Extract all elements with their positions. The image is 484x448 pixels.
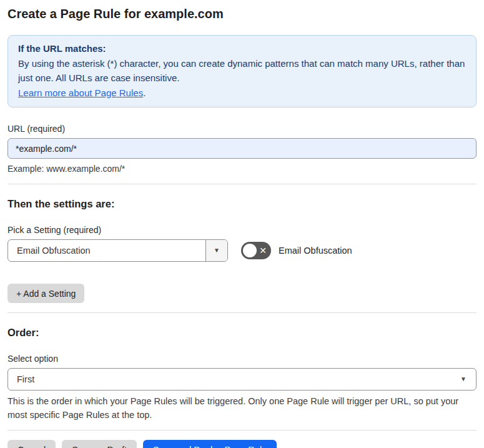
page-title: Create a Page Rule for example.com <box>7 0 477 22</box>
settings-section-heading: Then the settings are: <box>7 197 477 211</box>
link-suffix: . <box>143 87 146 98</box>
info-box-heading: If the URL matches: <box>18 41 466 56</box>
order-helper-text: This is the order in which your Page Rul… <box>7 394 477 422</box>
order-section-heading: Order: <box>7 326 477 339</box>
add-setting-button[interactable]: + Add a Setting <box>7 284 84 303</box>
url-field-label: URL (required) <box>7 124 477 134</box>
chevron-down-icon: ▼ <box>460 376 467 382</box>
email-obfuscation-toggle[interactable]: ✕ <box>241 242 271 259</box>
save-and-deploy-button[interactable]: Save and Deploy Page Rule <box>143 440 277 448</box>
url-example-helper: Example: www.example.com/* <box>7 163 477 174</box>
url-input[interactable] <box>7 138 477 159</box>
save-as-draft-button[interactable]: Save as Draft <box>62 440 137 448</box>
order-select-arrow: ▼ <box>451 369 476 390</box>
footer-actions: Cancel Save as Draft Save and Deploy Pag… <box>7 440 477 448</box>
info-box-link-line: Learn more about Page Rules. <box>18 86 466 101</box>
order-select-label: Select option <box>7 354 477 364</box>
divider <box>7 312 477 313</box>
url-matches-info-box: If the URL matches: By using the asteris… <box>7 35 477 107</box>
learn-more-link[interactable]: Learn more about Page Rules <box>18 87 143 98</box>
x-icon: ✕ <box>259 246 267 255</box>
setting-select[interactable]: Email Obfuscation ▼ <box>7 239 228 262</box>
page-rule-form: Create a Page Rule for example.com If th… <box>0 0 484 448</box>
toggle-knob <box>243 244 257 257</box>
divider <box>7 184 477 184</box>
pick-setting-label: Pick a Setting (required) <box>7 225 477 236</box>
order-select[interactable]: First ▼ <box>7 368 477 391</box>
toggle-label: Email Obfuscation <box>279 246 352 256</box>
setting-select-value: Email Obfuscation <box>8 240 205 261</box>
chevron-down-icon: ▼ <box>214 247 220 254</box>
divider <box>7 430 477 431</box>
setting-select-arrow-button[interactable]: ▼ <box>205 240 227 261</box>
order-select-value: First <box>8 369 451 390</box>
setting-row: Email Obfuscation ▼ ✕ Email Obfuscation <box>7 239 477 262</box>
info-box-body: By using the asterisk (*) character, you… <box>18 56 466 86</box>
cancel-button[interactable]: Cancel <box>7 440 56 448</box>
